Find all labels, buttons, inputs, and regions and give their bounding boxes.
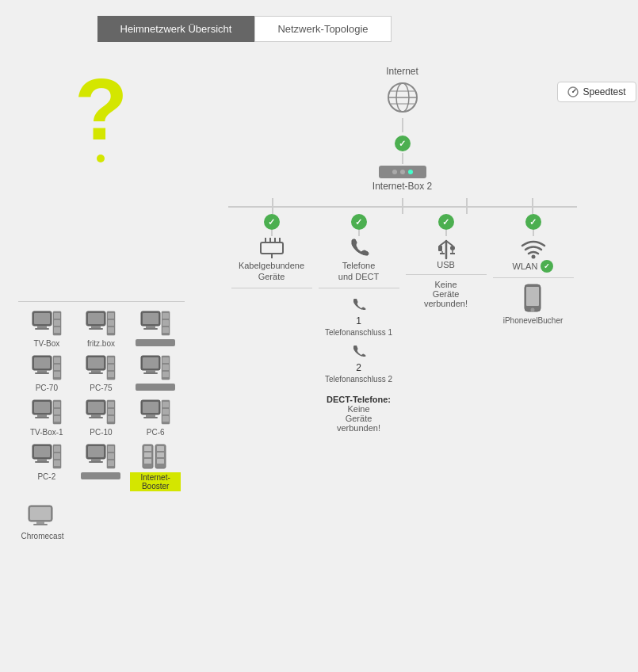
device-masked-3[interactable]: . bbox=[75, 443, 127, 491]
speedtest-button[interactable]: Speedtest bbox=[557, 82, 636, 102]
svg-rect-78 bbox=[54, 453, 60, 459]
iphone-label: iPhonevelBucher bbox=[503, 316, 564, 325]
tab-topologie[interactable]: Netzwerk-Topologie bbox=[254, 16, 391, 42]
pc-icon bbox=[139, 354, 171, 382]
svg-rect-98 bbox=[36, 521, 44, 524]
svg-rect-55 bbox=[54, 416, 60, 422]
masked-label: . bbox=[136, 384, 175, 391]
usb-check: ✓ bbox=[438, 214, 454, 230]
svg-rect-46 bbox=[162, 365, 169, 370]
svg-rect-43 bbox=[143, 372, 158, 374]
device-chromecast[interactable]: Chromecast bbox=[21, 502, 64, 540]
device-masked-2[interactable]: . bbox=[130, 354, 181, 392]
device-internet-booster[interactable]: Internet-Booster bbox=[130, 443, 181, 491]
device-pc6[interactable]: PC-6 bbox=[130, 399, 181, 437]
device-label: PC-75 bbox=[90, 384, 112, 392]
svg-rect-58 bbox=[91, 414, 101, 417]
svg-rect-57 bbox=[88, 402, 104, 413]
svg-rect-29 bbox=[54, 357, 60, 363]
pc-icon bbox=[85, 443, 117, 471]
device-pc10[interactable]: PC-10 bbox=[75, 399, 127, 437]
branch-wlan: ✓ WLAN ✓ bbox=[490, 214, 577, 433]
pc-icon bbox=[85, 399, 117, 426]
svg-point-115 bbox=[450, 246, 455, 250]
pc-icon bbox=[85, 354, 117, 382]
booster-icon bbox=[139, 443, 171, 471]
svg-rect-85 bbox=[108, 446, 114, 452]
gauge-icon bbox=[567, 86, 579, 97]
svg-rect-41 bbox=[143, 357, 159, 368]
svg-rect-77 bbox=[54, 446, 60, 452]
pc-icon bbox=[85, 310, 117, 338]
device-fritz-box[interactable]: fritz.box bbox=[75, 310, 127, 348]
kabel-check: ✓ bbox=[264, 214, 280, 230]
svg-rect-49 bbox=[34, 402, 50, 413]
device-tvbox1[interactable]: TV-Box-1 bbox=[21, 399, 73, 437]
speedtest-label: Speedtest bbox=[583, 86, 625, 97]
internet-check-badge: ✓ bbox=[395, 136, 411, 151]
svg-rect-2 bbox=[37, 326, 47, 328]
svg-rect-7 bbox=[54, 327, 60, 333]
dect-section: DECT-Telefone: KeineGeräteverbunden! bbox=[327, 395, 391, 433]
device-iphone[interactable]: iPhonevelBucher bbox=[503, 283, 564, 325]
device-tv-box[interactable]: TV-Box bbox=[21, 310, 73, 348]
masked-label: . bbox=[136, 339, 175, 346]
svg-rect-73 bbox=[34, 446, 50, 457]
svg-rect-66 bbox=[146, 414, 155, 417]
tab-heimnetzwerk[interactable]: Heimnetzwerk Übersicht bbox=[97, 16, 255, 42]
device-label: TV-Box-1 bbox=[30, 428, 63, 437]
svg-rect-53 bbox=[54, 402, 60, 407]
svg-rect-19 bbox=[143, 328, 158, 330]
masked-label: . bbox=[81, 472, 120, 479]
telefone-check: ✓ bbox=[351, 214, 367, 230]
phone-entry-1[interactable]: 1 Telefonanschluss 1 bbox=[325, 296, 392, 337]
device-pc2[interactable]: PC-2 bbox=[21, 443, 73, 491]
svg-rect-74 bbox=[37, 459, 47, 461]
phone2-label: Telefonanschluss 2 bbox=[325, 375, 392, 384]
wlan-check: ✓ bbox=[525, 214, 541, 230]
phone-icon bbox=[347, 236, 371, 260]
svg-rect-27 bbox=[35, 372, 49, 374]
svg-rect-59 bbox=[89, 417, 103, 418]
svg-rect-54 bbox=[54, 409, 60, 414]
svg-rect-33 bbox=[88, 357, 104, 368]
pc-icon bbox=[139, 399, 171, 426]
svg-rect-21 bbox=[162, 313, 169, 319]
phone-small-icon2 bbox=[350, 343, 368, 361]
svg-rect-35 bbox=[89, 372, 103, 374]
device-label: PC-70 bbox=[36, 384, 58, 392]
pc-icon bbox=[31, 354, 63, 382]
phone-entry-2[interactable]: 2 Telefonanschluss 2 bbox=[325, 343, 392, 384]
svg-rect-1 bbox=[34, 313, 50, 324]
svg-rect-22 bbox=[162, 320, 169, 326]
svg-rect-30 bbox=[54, 365, 60, 370]
svg-rect-38 bbox=[108, 365, 114, 370]
svg-point-107 bbox=[572, 91, 574, 93]
wifi-icon bbox=[519, 236, 548, 260]
router-icon bbox=[379, 166, 426, 178]
pc-icon bbox=[31, 443, 63, 471]
device-pc-70[interactable]: PC-70 bbox=[21, 354, 73, 392]
svg-rect-91 bbox=[144, 459, 151, 464]
svg-rect-9 bbox=[88, 313, 104, 324]
svg-rect-5 bbox=[54, 313, 60, 319]
wlan-check-badge: ✓ bbox=[541, 260, 553, 273]
device-pc-75[interactable]: PC-75 bbox=[75, 354, 127, 392]
svg-rect-122 bbox=[526, 287, 539, 306]
svg-rect-17 bbox=[143, 313, 159, 324]
globe-icon bbox=[385, 80, 420, 115]
svg-rect-26 bbox=[37, 370, 47, 372]
svg-rect-15 bbox=[108, 327, 114, 333]
pc-icon bbox=[31, 399, 63, 426]
question-mark-icon: ? bbox=[74, 66, 128, 162]
kabel-label: KabelgebundeneGeräte bbox=[239, 260, 304, 283]
svg-rect-108 bbox=[261, 242, 283, 254]
svg-rect-93 bbox=[157, 446, 164, 451]
svg-rect-11 bbox=[89, 328, 103, 330]
svg-rect-62 bbox=[108, 409, 114, 414]
svg-rect-114 bbox=[438, 246, 442, 251]
svg-rect-89 bbox=[144, 446, 151, 451]
device-label: TV-Box bbox=[33, 339, 59, 348]
dect-no-devices: KeineGeräteverbunden! bbox=[327, 404, 391, 433]
device-masked-1[interactable]: . bbox=[130, 310, 181, 348]
